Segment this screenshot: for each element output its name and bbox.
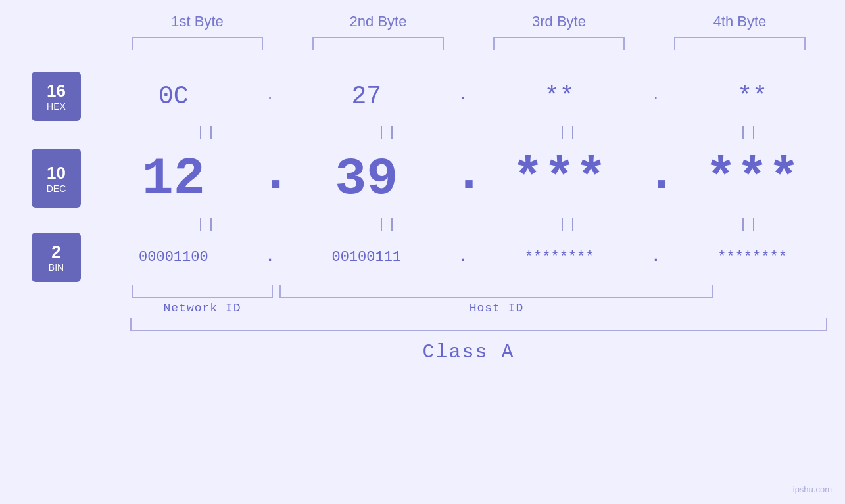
eq1-3: || [496,125,641,140]
hex-byte-4: ** [680,82,825,110]
byte-header-1: 1st Byte [125,13,270,30]
hex-byte-2: 27 [294,82,439,110]
main-container: 1st Byte 2nd Byte 3rd Byte 4th Byte 16 H… [0,0,845,504]
byte-header-3: 3rd Byte [487,13,631,30]
hex-dot-1: . [260,90,280,102]
eq2-3: || [496,217,641,232]
hex-row: 16 HEX 0C . 27 . ** . ** [0,70,845,122]
hex-badge: 16 HEX [32,72,81,121]
eq1-1: || [135,125,279,140]
host-bracket [279,285,713,298]
bin-byte-4: ******** [680,249,825,265]
bin-dot-2: . [453,249,473,265]
byte-headers-row: 1st Byte 2nd Byte 3rd Byte 4th Byte [107,13,831,30]
byte-header-4: 4th Byte [667,13,812,30]
bin-values: 00001100 . 00100111 . ******** . *******… [94,249,832,265]
eq2-1: || [135,217,279,232]
id-labels: Network ID Host ID [132,302,829,315]
dec-byte-1: 12 [101,149,246,209]
class-bracket [130,318,827,331]
eq2-4: || [677,217,822,232]
bin-byte-1: 00001100 [101,249,246,265]
dec-dot-1: . [260,144,280,209]
host-id-label: Host ID [279,302,713,315]
bin-badge-label: BIN [49,262,64,273]
class-label: Class A [107,341,831,363]
bin-dot-3: . [646,249,665,265]
bracket-2 [312,37,444,50]
dec-byte-3: *** [487,149,632,209]
top-bracket-row [107,37,831,50]
hex-byte-1: 0C [101,82,246,110]
bin-dot-1: . [260,249,280,265]
dec-dot-3: . [646,144,665,209]
bin-badge-num: 2 [51,242,60,262]
dec-byte-2: 39 [294,149,439,209]
equals-row-2: || || || || [117,214,840,234]
bracket-3 [493,37,625,50]
dec-row: 10 DEC 12 . 39 . *** . *** [0,142,845,214]
dec-badge: 10 DEC [32,149,81,208]
equals-row-1: || || || || [117,122,840,142]
byte-header-2: 2nd Byte [306,13,450,30]
dec-badge-label: DEC [47,183,66,194]
eq2-2: || [316,217,460,232]
watermark: ipshu.com [793,484,832,494]
hex-dot-3: . [646,90,665,102]
bin-row: 2 BIN 00001100 . 00100111 . ******** . *… [0,234,845,280]
dec-values: 12 . 39 . *** . *** [94,144,832,212]
bin-badge: 2 BIN [32,233,81,282]
hex-dot-2: . [453,90,473,102]
hex-values: 0C . 27 . ** . ** [94,82,832,110]
bottom-brackets [132,285,829,298]
eq1-2: || [316,125,460,140]
network-bracket [132,285,273,298]
network-id-label: Network ID [132,302,273,315]
hex-byte-3: ** [487,82,632,110]
dec-dot-2: . [453,144,473,209]
bracket-1 [132,37,263,50]
dec-byte-4: *** [680,149,825,209]
bracket-4 [674,37,806,50]
hex-badge-num: 16 [47,81,66,101]
hex-badge-label: HEX [47,101,66,112]
bin-byte-2: 00100111 [294,249,439,265]
eq1-4: || [677,125,822,140]
bin-byte-3: ******** [487,249,632,265]
dec-badge-num: 10 [47,163,66,183]
